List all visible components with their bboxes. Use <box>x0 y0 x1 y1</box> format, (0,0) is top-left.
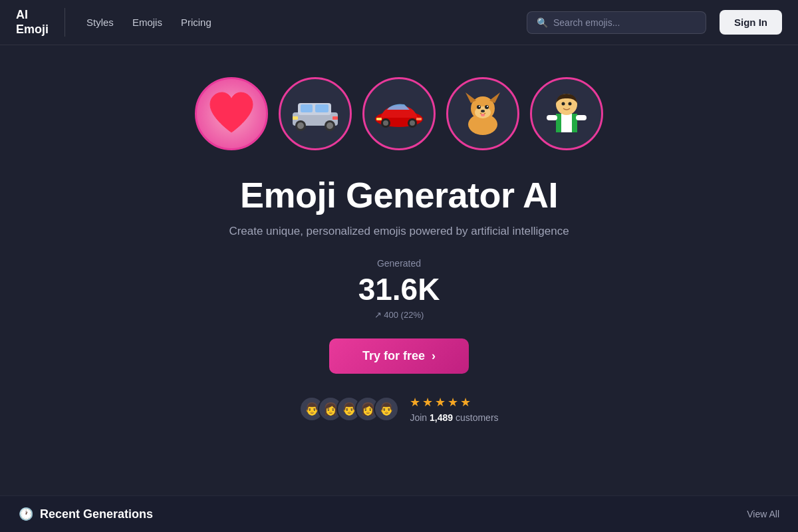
social-proof: 👨 👩 👨 👩 👨 ★ ★ ★ ★ ★ Join 1,489 customers <box>299 395 498 423</box>
hero-title: Emoji Generator AI <box>240 174 558 215</box>
customers-label: customers <box>453 412 498 423</box>
corgi-svg <box>454 84 512 143</box>
navbar: AIEmoji Styles Emojis Pricing 🔍 Sign In <box>0 0 798 45</box>
cta-button[interactable]: Try for free › <box>329 338 469 374</box>
svg-point-23 <box>485 105 489 109</box>
svg-point-26 <box>481 110 485 112</box>
star-1: ★ <box>410 395 420 410</box>
svg-rect-8 <box>293 116 298 120</box>
svg-point-24 <box>479 106 480 107</box>
emoji-heart <box>195 77 268 150</box>
avatars-row: 👨 👩 👨 👩 👨 <box>299 396 399 422</box>
social-text: Join 1,489 customers <box>410 412 498 423</box>
nav-styles[interactable]: Styles <box>86 17 114 28</box>
svg-point-12 <box>383 120 388 126</box>
heart-svg <box>202 84 261 143</box>
person-svg <box>537 84 596 143</box>
clock-icon: 🕐 <box>19 507 33 521</box>
stats-number: 31.6K <box>358 271 440 307</box>
svg-rect-16 <box>416 118 422 120</box>
emoji-row <box>195 77 603 150</box>
suv-svg <box>286 84 344 143</box>
nav-links: Styles Emojis Pricing <box>86 17 211 28</box>
svg-rect-34 <box>547 115 557 120</box>
svg-point-32 <box>562 102 565 106</box>
emoji-sportscar <box>362 77 436 150</box>
nav-pricing[interactable]: Pricing <box>181 17 211 28</box>
view-all-link[interactable]: View All <box>747 509 779 519</box>
stats-block: Generated 31.6K ↗ 400 (22%) <box>358 258 440 320</box>
search-input[interactable] <box>553 17 696 28</box>
svg-point-5 <box>297 122 304 129</box>
chevron-right-icon: › <box>432 349 436 363</box>
search-container: 🔍 <box>527 11 706 34</box>
hero-section: Emoji Generator AI Create unique, person… <box>0 45 798 423</box>
stats-growth: ↗ 400 (22%) <box>374 310 424 320</box>
customer-count: 1,489 <box>430 412 453 423</box>
nav-emojis[interactable]: Emojis <box>132 17 162 28</box>
logo-section: AIEmoji <box>16 8 65 37</box>
logo: AIEmoji <box>16 8 49 37</box>
star-2: ★ <box>422 395 433 410</box>
hero-subtitle: Create unique, personalized emojis power… <box>229 225 569 238</box>
star-3: ★ <box>435 395 446 410</box>
stats-label: Generated <box>377 258 421 269</box>
svg-point-27 <box>481 114 485 116</box>
svg-rect-2 <box>301 104 313 112</box>
recent-title-text: Recent Generations <box>40 507 153 521</box>
join-text: Join <box>410 412 430 423</box>
star-4: ★ <box>448 395 458 410</box>
emoji-corgi <box>446 77 519 150</box>
svg-point-22 <box>477 105 481 109</box>
cta-label: Try for free <box>362 349 425 363</box>
svg-rect-3 <box>315 104 329 112</box>
signin-button[interactable]: Sign In <box>720 10 782 35</box>
emoji-suv <box>279 77 352 150</box>
svg-rect-15 <box>376 118 382 120</box>
avatar: 👨 <box>374 396 399 422</box>
search-icon: 🔍 <box>537 17 548 28</box>
svg-rect-9 <box>332 116 338 120</box>
svg-point-25 <box>487 106 488 107</box>
recent-header: 🕐 Recent Generations View All <box>19 507 779 521</box>
star-5: ★ <box>460 395 471 410</box>
svg-rect-35 <box>576 115 587 120</box>
sportscar-svg <box>370 84 428 143</box>
svg-point-33 <box>569 102 572 106</box>
recent-section: 🕐 Recent Generations View All <box>0 495 798 532</box>
star-rating: ★ ★ ★ ★ ★ <box>410 395 498 410</box>
stars-block: ★ ★ ★ ★ ★ Join 1,489 customers <box>410 395 498 423</box>
recent-title: 🕐 Recent Generations <box>19 507 153 521</box>
svg-point-7 <box>327 122 333 129</box>
svg-point-14 <box>410 120 415 126</box>
emoji-person <box>530 77 603 150</box>
